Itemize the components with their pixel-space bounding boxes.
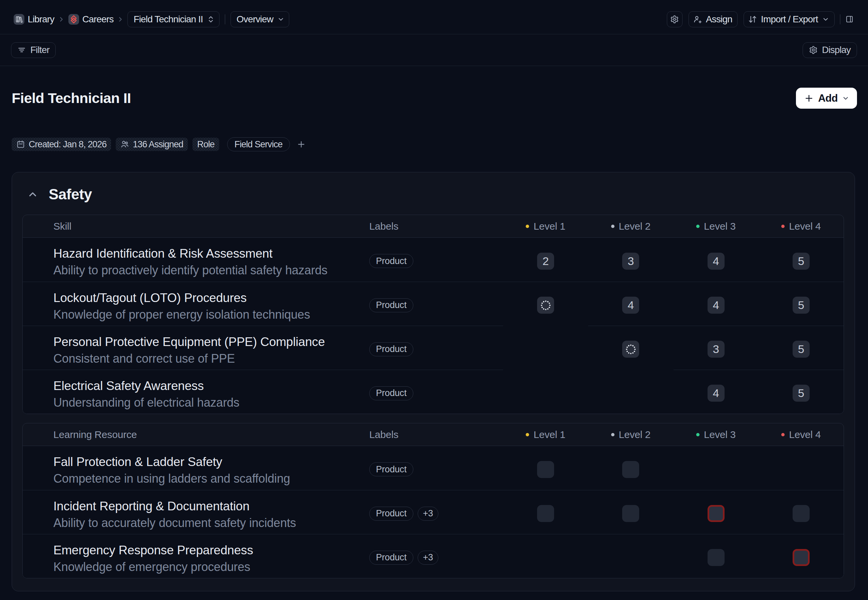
row-name-cell[interactable]: Emergency Response PreparednessKnowledge…	[23, 534, 369, 578]
breadcrumb-careers[interactable]: Careers	[68, 14, 114, 25]
more-labels-pill[interactable]: +3	[418, 507, 438, 521]
level-cell[interactable]	[503, 534, 588, 578]
level-placeholder-alert[interactable]	[708, 505, 725, 522]
table-body: Fall Protection & Ladder SafetyCompetenc…	[23, 446, 844, 578]
level-cell[interactable]	[759, 534, 844, 578]
level-cell[interactable]: 4	[673, 370, 759, 414]
row-name-cell[interactable]: Incident Reporting & DocumentationAbilit…	[23, 490, 369, 534]
row-name-cell[interactable]: Electrical Safety AwarenessUnderstanding…	[23, 370, 369, 414]
label-pill[interactable]: Product	[369, 298, 413, 312]
level-cell[interactable]	[759, 446, 844, 490]
level-cell[interactable]	[503, 282, 588, 326]
level-cell[interactable]: 3	[588, 238, 673, 282]
level-cell[interactable]	[673, 490, 759, 534]
display-button[interactable]: Display	[803, 42, 857, 58]
level-cell[interactable]: 4	[673, 282, 759, 326]
type-badge: Role	[193, 138, 219, 151]
label-pill[interactable]: Product	[369, 462, 413, 476]
level-placeholder[interactable]	[622, 461, 639, 478]
level-cell[interactable]	[588, 370, 673, 414]
tag-pill[interactable]: Field Service	[227, 137, 290, 152]
level-value-chip[interactable]: 5	[793, 253, 810, 270]
breadcrumb: Library Careers Field Technician II	[14, 11, 289, 27]
level-placeholder[interactable]	[537, 461, 554, 478]
display-button-label: Display	[822, 45, 851, 55]
column-header-level-1: Level 1	[503, 221, 588, 232]
level-placeholder[interactable]	[537, 505, 554, 522]
row-labels-cell: Product	[369, 238, 503, 282]
assign-button[interactable]: Assign	[689, 11, 737, 27]
level-cell[interactable]: 3	[673, 326, 759, 370]
more-labels-pill[interactable]: +3	[418, 551, 438, 565]
level-placeholder[interactable]	[708, 549, 725, 566]
add-tag-button[interactable]	[296, 140, 306, 149]
entity-selector[interactable]: Field Technician II	[128, 11, 219, 27]
plus-icon	[804, 93, 814, 103]
level-cell[interactable]	[503, 326, 588, 370]
level-cell[interactable]	[588, 326, 673, 370]
settings-button[interactable]	[667, 11, 683, 27]
level-1-dot-icon	[526, 433, 529, 436]
label-pill[interactable]: Product	[369, 254, 413, 268]
filter-button-label: Filter	[30, 45, 49, 55]
library-icon	[14, 14, 24, 25]
level-value-chip[interactable]: 5	[793, 341, 810, 358]
label-pill[interactable]: Product	[369, 507, 413, 521]
assigned-badge-label: 136 Assigned	[133, 139, 183, 150]
level-cell[interactable]	[503, 370, 588, 414]
level-value-chip[interactable]: 3	[708, 341, 725, 358]
level-label: Level 3	[704, 429, 736, 440]
level-value-chip[interactable]: 4	[708, 253, 725, 270]
level-cell[interactable]: 5	[759, 238, 844, 282]
label-pill[interactable]: Product	[369, 386, 413, 400]
row-description: Consistent and correct use of PPE	[53, 351, 235, 366]
row-title: Emergency Response Preparedness	[53, 542, 253, 558]
level-cell[interactable]: 2	[503, 238, 588, 282]
add-button[interactable]: Add	[796, 88, 857, 109]
level-placeholder[interactable]	[622, 505, 639, 522]
row-name-cell[interactable]: Fall Protection & Ladder SafetyCompetenc…	[23, 446, 369, 490]
level-cell[interactable]: 4	[588, 282, 673, 326]
level-cell[interactable]	[673, 534, 759, 578]
chevron-right-icon	[58, 16, 65, 23]
level-placeholder-alert[interactable]	[793, 549, 810, 566]
add-button-label: Add	[818, 92, 838, 105]
level-cell[interactable]	[503, 446, 588, 490]
level-cell[interactable]: 5	[759, 370, 844, 414]
user-plus-icon	[693, 15, 702, 24]
level-value-chip[interactable]: 3	[622, 253, 639, 270]
level-cell[interactable]	[503, 490, 588, 534]
row-name-cell[interactable]: Hazard Identification & Risk AssessmentA…	[23, 238, 369, 282]
label-pill[interactable]: Product	[369, 551, 413, 565]
level-cell[interactable]: 5	[759, 326, 844, 370]
level-cell[interactable]	[588, 534, 673, 578]
level-cell[interactable]: 5	[759, 282, 844, 326]
level-value-chip[interactable]: 5	[793, 385, 810, 402]
level-cell[interactable]: 4	[673, 238, 759, 282]
level-value-chip[interactable]: 2	[537, 253, 554, 270]
level-cell[interactable]	[673, 446, 759, 490]
filter-button[interactable]: Filter	[11, 42, 56, 58]
level-cell[interactable]	[759, 490, 844, 534]
chevron-up-icon[interactable]	[25, 187, 40, 202]
column-header-level-4: Level 4	[759, 221, 844, 232]
panel-right-icon[interactable]	[846, 15, 853, 23]
view-selector[interactable]: Overview	[231, 11, 289, 27]
breadcrumb-library[interactable]: Library	[14, 14, 55, 25]
row-name-cell[interactable]: Personal Protective Equipment (PPE) Comp…	[23, 326, 369, 370]
tag-pill-label: Field Service	[234, 139, 283, 150]
import-export-button[interactable]: Import / Export	[743, 11, 835, 27]
row-name-cell[interactable]: Lockout/Tagout (LOTO) ProceduresKnowledg…	[23, 282, 369, 326]
level-value-chip[interactable]: 4	[708, 297, 725, 314]
plus-icon	[296, 140, 306, 149]
level-value-chip[interactable]: 4	[622, 297, 639, 314]
label-pill[interactable]: Product	[369, 342, 413, 356]
level-cell[interactable]	[588, 446, 673, 490]
level-placeholder[interactable]	[793, 505, 810, 522]
level-value-chip[interactable]: 4	[708, 385, 725, 402]
chevron-down-icon	[822, 16, 829, 23]
row-description: Ability to accurately document safety in…	[53, 515, 296, 531]
level-cell[interactable]	[588, 490, 673, 534]
row-description: Understanding of electrical hazards	[53, 395, 240, 410]
level-value-chip[interactable]: 5	[793, 297, 810, 314]
